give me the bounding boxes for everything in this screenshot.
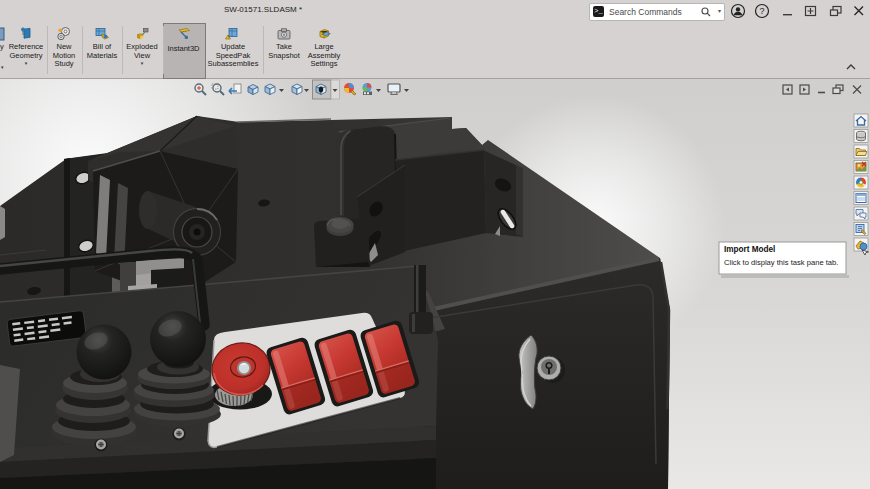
svg-text:Click to display this task pan: Click to display this task pane tab. [724,258,838,267]
svg-text:?: ? [759,6,764,16]
svg-text:Import Model: Import Model [724,245,775,254]
svg-text:!: ! [228,35,229,40]
